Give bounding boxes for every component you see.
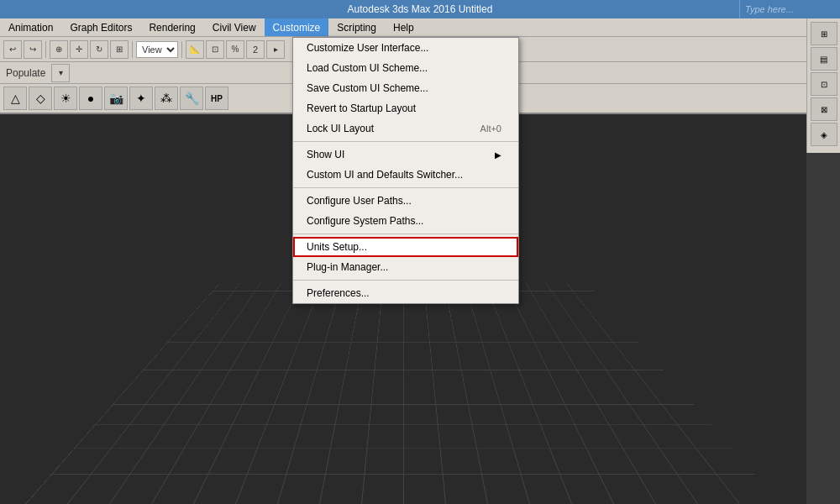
hp-icon-btn[interactable]: HP xyxy=(205,87,228,110)
geo-icon-btn[interactable]: △ xyxy=(3,87,27,110)
dd-item-label-5: Show UI xyxy=(307,149,344,160)
dd-item-3[interactable]: Revert to Startup Layout xyxy=(293,98,518,118)
sep3 xyxy=(181,41,182,58)
populate-label: Populate xyxy=(3,64,48,82)
num-button[interactable]: 2 xyxy=(246,40,265,59)
menu-item-civil-view[interactable]: Civil View xyxy=(204,18,265,36)
rt-btn4[interactable]: ⊠ xyxy=(811,97,837,121)
helper-icon-btn[interactable]: ✦ xyxy=(129,87,153,110)
percent-button[interactable]: % xyxy=(226,40,244,59)
menu-bar: AnimationGraph EditorsRenderingCivil Vie… xyxy=(0,18,840,37)
snap-button[interactable]: 📐 xyxy=(186,40,204,59)
rt-btn5[interactable]: ◈ xyxy=(811,123,837,146)
scale-button[interactable]: ⊞ xyxy=(110,40,129,59)
rt-btn2[interactable]: ▤ xyxy=(811,47,837,71)
view-select[interactable]: View xyxy=(136,41,178,58)
dd-item-4[interactable]: Lock UI LayoutAlt+0 xyxy=(293,118,518,139)
menu-item-help[interactable]: Help xyxy=(385,18,423,36)
type-here-input[interactable]: Type here... xyxy=(739,0,840,18)
dd-item-shortcut-4: Alt+0 xyxy=(480,123,501,134)
bone-icon-btn[interactable]: 🔧 xyxy=(180,87,203,110)
menu-item-animation[interactable]: Animation xyxy=(0,18,61,36)
camera-icon-btn[interactable]: 📷 xyxy=(104,87,128,110)
customize-dropdown: Customize User Interface...Load Custom U… xyxy=(292,37,519,304)
right-toolbar: ⊞ ▤ ⊡ ⊠ ◈ xyxy=(806,18,840,153)
dd-sep-10 xyxy=(293,280,518,281)
dd-item-2[interactable]: Save Custom UI Scheme... xyxy=(293,78,518,98)
dd-item-11[interactable]: Preferences... xyxy=(293,283,518,303)
rt-btn3[interactable]: ⊡ xyxy=(811,72,837,96)
dd-item-label-9: Units Setup... xyxy=(307,241,367,253)
menu-item-rendering[interactable]: Rendering xyxy=(140,18,203,36)
title-bar: Autodesk 3ds Max 2016 Untitled Type here… xyxy=(0,0,840,18)
dd-item-arrow-5: ▶ xyxy=(495,150,501,160)
menu-item-graph-editors[interactable]: Graph Editors xyxy=(61,18,140,36)
menu-item-customize[interactable]: Customize xyxy=(265,18,329,36)
select-button[interactable]: ⊕ xyxy=(50,40,68,59)
rotate-button[interactable]: ↻ xyxy=(90,40,108,59)
dd-sep-6 xyxy=(293,187,518,188)
dd-item-10[interactable]: Plug-in Manager... xyxy=(293,257,518,277)
populate-dropdown[interactable]: ▾ xyxy=(51,64,70,82)
dd-item-9[interactable]: Units Setup... xyxy=(293,237,518,257)
dd-item-label-11: Preferences... xyxy=(307,287,370,299)
dd-item-label-2: Save Custom UI Scheme... xyxy=(307,82,428,94)
rt-btn1[interactable]: ⊞ xyxy=(811,22,837,45)
dd-item-label-10: Plug-in Manager... xyxy=(307,261,388,273)
undo-button[interactable]: ↩ xyxy=(3,40,22,59)
3d-grid xyxy=(25,283,781,504)
menu-item-scripting[interactable]: Scripting xyxy=(328,18,385,36)
dd-item-label-0: Customize User Interface... xyxy=(307,42,428,54)
light-icon-btn[interactable]: ☀ xyxy=(54,87,77,110)
dd-item-label-4: Lock UI Layout xyxy=(307,123,374,134)
title-text: Autodesk 3ds Max 2016 Untitled xyxy=(348,3,493,15)
sphere-icon-btn[interactable]: ● xyxy=(79,87,102,110)
dd-item-0[interactable]: Customize User Interface... xyxy=(293,38,518,58)
dd-sep-8 xyxy=(293,234,518,234)
dd-item-label-1: Load Custom UI Scheme... xyxy=(307,62,428,74)
dd-item-label-7: Configure User Paths... xyxy=(307,195,412,207)
sep1 xyxy=(45,41,46,58)
dd-item-7[interactable]: Configure User Paths... xyxy=(293,191,518,211)
sep2 xyxy=(132,41,133,58)
dd-item-5[interactable]: Show UI▶ xyxy=(293,144,518,165)
redo-button[interactable]: ↪ xyxy=(24,40,42,59)
particle-icon-btn[interactable]: ⁂ xyxy=(155,87,178,110)
dd-item-label-3: Revert to Startup Layout xyxy=(307,102,416,114)
dd-item-8[interactable]: Configure System Paths... xyxy=(293,211,518,231)
dd-item-label-8: Configure System Paths... xyxy=(307,215,423,227)
snap2-button[interactable]: ⊡ xyxy=(206,40,224,59)
dd-item-1[interactable]: Load Custom UI Scheme... xyxy=(293,58,518,78)
dd-item-6[interactable]: Custom UI and Defaults Switcher... xyxy=(293,165,518,185)
more-button[interactable]: ▸ xyxy=(266,40,285,59)
move-button[interactable]: ✛ xyxy=(70,40,88,59)
dd-sep-4 xyxy=(293,141,518,142)
shape-icon-btn[interactable]: ◇ xyxy=(29,87,52,110)
dd-item-label-6: Custom UI and Defaults Switcher... xyxy=(307,169,463,181)
